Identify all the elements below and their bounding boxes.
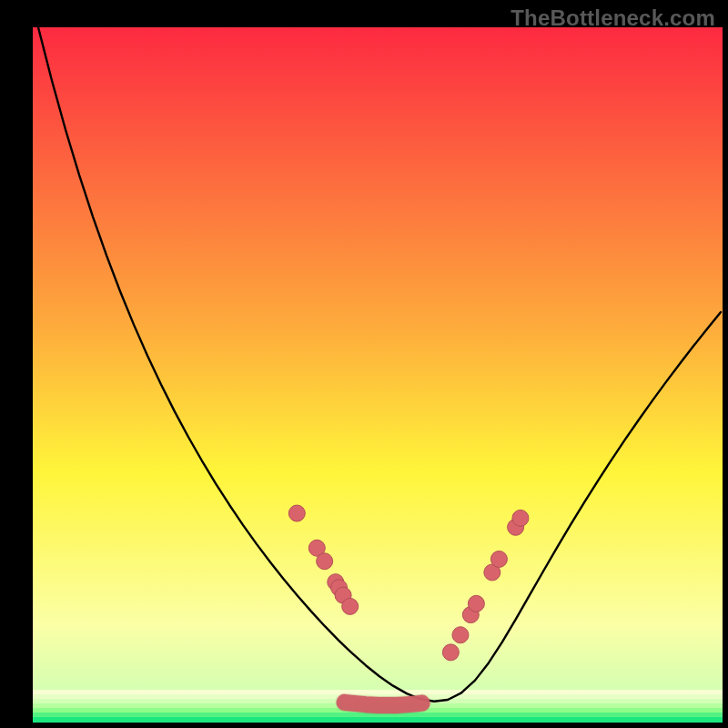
plot-area (33, 27, 723, 723)
svg-point-18 (468, 595, 484, 612)
svg-point-8 (288, 505, 305, 521)
svg-point-16 (452, 627, 469, 643)
svg-rect-1 (33, 690, 723, 694)
chart-svg (33, 27, 723, 723)
svg-point-14 (342, 598, 359, 614)
watermark-text: TheBottleneck.com (511, 5, 715, 31)
svg-point-15 (442, 644, 459, 661)
svg-point-20 (490, 551, 507, 567)
chart-container: TheBottleneck.com (0, 0, 728, 728)
svg-point-10 (317, 553, 333, 570)
svg-point-22 (512, 510, 529, 526)
svg-rect-7 (33, 717, 723, 722)
svg-rect-0 (33, 27, 723, 723)
